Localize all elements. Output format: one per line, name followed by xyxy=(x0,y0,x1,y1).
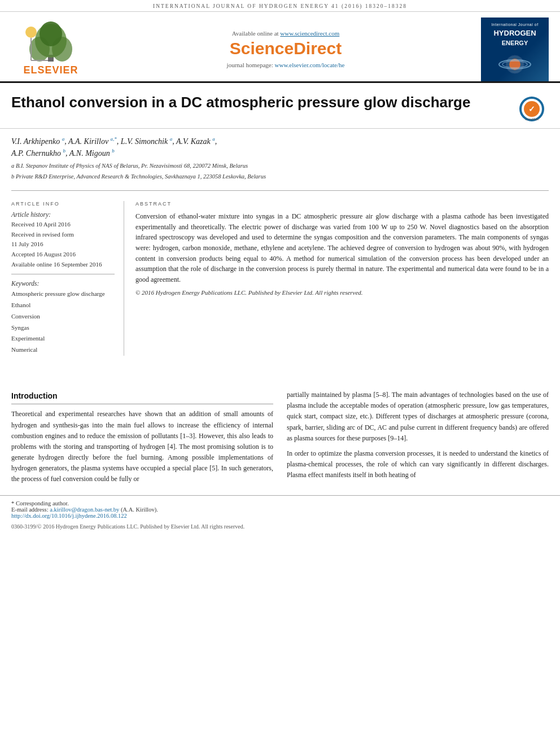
keyword-item-1: Atmospheric pressure glow discharge xyxy=(11,289,115,300)
elsevier-logo: ELSEVIER xyxy=(11,18,90,81)
info-divider xyxy=(11,274,115,274)
corresponding-author-note: * Corresponding author. xyxy=(11,500,549,506)
keyword-item-6: Numerical xyxy=(11,344,115,356)
header-center: Available online at www.sciencedirect.co… xyxy=(96,18,475,81)
svg-point-5 xyxy=(25,27,37,38)
article-info-abstract: Article Info Article history: Received 1… xyxy=(0,195,560,361)
article-title-section: Ethanol conversion in a DC atmospheric p… xyxy=(0,83,560,129)
journal-logo-hydrogen: Hydrogen xyxy=(493,29,536,38)
crossmark-badge: ✓ CrossMark xyxy=(515,95,549,123)
journal-homepage-link[interactable]: www.elsevier.com/locate/he xyxy=(275,62,345,68)
journal-logo-energy: Energy xyxy=(502,40,528,46)
affiliation-a: a B.I. Stepanov Institute of Physics of … xyxy=(11,161,549,171)
email-note: E-mail address: a.kirillov@dragon.bas-ne… xyxy=(11,506,549,513)
body-col-right: partially maintained by plasma [5–8]. Th… xyxy=(287,390,549,490)
authors-section: V.I. Arkhipenko a, A.A. Kirillov a,*, L.… xyxy=(0,129,560,186)
doi-link-wrapper: http://dx.doi.org/10.1016/j.ijhydene.201… xyxy=(11,513,549,519)
body-col-left: Introduction Theoretical and experimenta… xyxy=(11,390,273,490)
journal-homepage: journal homepage: www.elsevier.com/locat… xyxy=(227,62,345,68)
svg-point-4 xyxy=(40,21,62,46)
intro-para-1: Theoretical and experimental researches … xyxy=(11,409,273,484)
keyword-item-2: Ethanol xyxy=(11,300,115,311)
planet-icon xyxy=(498,49,532,77)
body-section: Introduction Theoretical and experimenta… xyxy=(0,384,560,495)
bottom-copyright-text: 0360-3199/© 2016 Hydrogen Energy Publica… xyxy=(11,523,244,530)
bottom-copyright-bar: 0360-3199/© 2016 Hydrogen Energy Publica… xyxy=(0,521,560,532)
elsevier-brand-text: ELSEVIER xyxy=(23,64,78,76)
journal-header-bar: International Journal of Hydrogen Energy… xyxy=(0,0,560,12)
history-label: Article history: xyxy=(11,211,115,218)
revised-date: Received in revised form11 July 2016 xyxy=(11,230,115,250)
journal-logo-box: International Journal of Hydrogen Energy xyxy=(481,18,549,81)
abstract-label: Abstract xyxy=(135,201,549,207)
article-main-title: Ethanol conversion in a DC atmospheric p… xyxy=(11,93,509,112)
available-online-date: Available online 16 September 2016 xyxy=(11,260,115,270)
article-info-panel: Article Info Article history: Received 1… xyxy=(11,201,124,356)
svg-text:CrossMark: CrossMark xyxy=(525,117,539,121)
elsevier-tree-icon xyxy=(20,18,82,63)
sciencedirect-url-link[interactable]: www.sciencedirect.com xyxy=(280,30,339,37)
keyword-item-5: Experimental xyxy=(11,333,115,344)
journal-header: ELSEVIER Available online at www.science… xyxy=(0,12,560,83)
crossmark-icon: ✓ CrossMark xyxy=(518,95,545,123)
journal-logo-intl: International Journal of xyxy=(491,22,538,27)
abstract-copyright: © 2016 Hydrogen Energy Publications LLC.… xyxy=(135,289,549,296)
email-link[interactable]: a.kirillov@dragon.bas-net.by xyxy=(50,506,119,513)
accepted-date: Accepted 16 August 2016 xyxy=(11,250,115,260)
authors-line: V.I. Arkhipenko a, A.A. Kirillov a,*, L.… xyxy=(11,136,549,159)
divider-line xyxy=(11,190,549,191)
article-info-label: Article Info xyxy=(11,201,115,207)
keywords-label: Keywords: xyxy=(11,280,115,287)
available-online-text: Available online at www.sciencedirect.co… xyxy=(232,30,340,37)
two-col-body: Introduction Theoretical and experimenta… xyxy=(11,390,549,490)
svg-text:✓: ✓ xyxy=(528,104,535,113)
spacer xyxy=(0,361,560,384)
abstract-text: Conversion of ethanol-water mixture into… xyxy=(135,211,549,285)
journal-citation: International Journal of Hydrogen Energy… xyxy=(153,3,407,9)
introduction-title: Introduction xyxy=(11,390,273,404)
received-date: Received 10 April 2016 xyxy=(11,220,115,230)
intro-para-2: partially maintained by plasma [5–8]. Th… xyxy=(287,390,549,444)
intro-para-3: In order to optimize the plasma conversi… xyxy=(287,448,549,481)
article-title-wrapper: Ethanol conversion in a DC atmospheric p… xyxy=(11,93,509,112)
doi-link[interactable]: http://dx.doi.org/10.1016/j.ijhydene.201… xyxy=(11,513,127,519)
abstract-section: Abstract Conversion of ethanol-water mix… xyxy=(135,201,549,356)
footnote-section: * Corresponding author. E-mail address: … xyxy=(0,495,560,521)
keywords-section: Keywords: Atmospheric pressure glow disc… xyxy=(11,280,115,356)
affiliation-b: b Private R&D Enterprise, Advanced Resea… xyxy=(11,172,549,181)
keyword-item-4: Syngas xyxy=(11,322,115,334)
sciencedirect-title: ScienceDirect xyxy=(230,39,342,58)
keyword-item-3: Conversion xyxy=(11,311,115,322)
